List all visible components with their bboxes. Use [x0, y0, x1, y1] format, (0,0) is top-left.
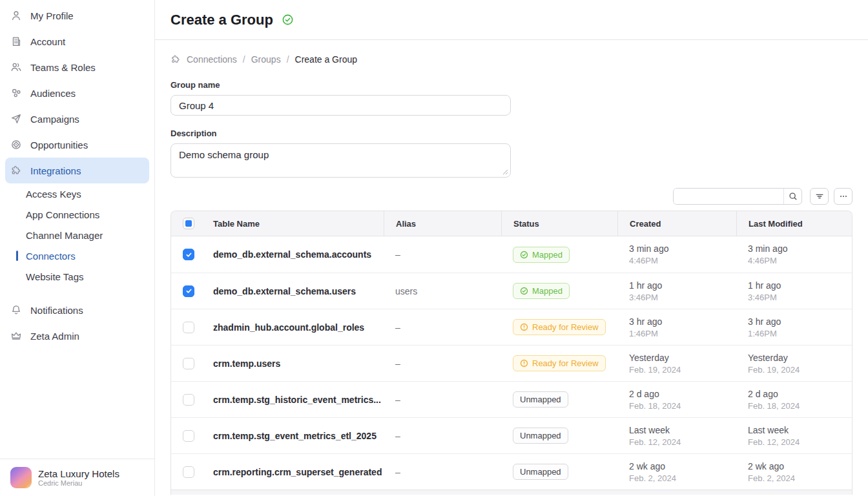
alert-circle-icon: [520, 323, 528, 331]
status-label: Unmapped: [520, 395, 561, 404]
modified-relative: 3 hr ago: [748, 316, 852, 327]
modified-absolute: Feb. 18, 2024: [748, 401, 852, 411]
tables-list: Table Name Alias Status Created Last Mod…: [170, 211, 852, 490]
sidebar-subitem-connectors[interactable]: Connectors: [0, 245, 154, 266]
table-row: crm.temp.users – Ready for Review Yester…: [171, 345, 852, 381]
sidebar-subitem-app-connections[interactable]: App Connections: [0, 204, 154, 225]
description-label: Description: [170, 129, 852, 138]
select-all-checkbox[interactable]: [183, 218, 194, 229]
table-name-cell[interactable]: zhadmin_hub.account.global_roles: [202, 322, 384, 333]
sidebar-item-audiences[interactable]: Audiences: [0, 80, 154, 106]
account-info: Zeta Luxury Hotels Cedric Meriau: [38, 468, 119, 487]
created-relative: Last week: [629, 425, 736, 435]
breadcrumb-separator: /: [243, 54, 245, 65]
sidebar-item-label: Notifications: [30, 305, 83, 316]
group-name-label: Group name: [170, 80, 852, 90]
table-name-cell[interactable]: crm.temp.stg_historic_event_metrics...: [202, 395, 384, 405]
breadcrumb-connections[interactable]: Connections: [187, 54, 237, 65]
table-name-cell[interactable]: crm.temp.stg_event_metrics_etl_2025: [202, 431, 384, 441]
paper-plane-icon: [10, 113, 22, 125]
status-label: Unmapped: [520, 467, 561, 477]
sidebar-subitem-access-keys[interactable]: Access Keys: [0, 183, 154, 204]
description-textarea[interactable]: Demo schema group: [170, 143, 511, 178]
modified-absolute: Feb. 19, 2024: [748, 365, 852, 375]
users-icon: [10, 61, 22, 73]
row-checkbox[interactable]: [183, 249, 194, 260]
modified-cell: 3 hr ago 1:46PM: [736, 316, 852, 338]
row-checkbox[interactable]: [183, 358, 194, 369]
crown-icon: [10, 330, 22, 342]
search-box: [673, 188, 802, 205]
created-cell: 3 hr ago 1:46PM: [617, 316, 736, 338]
account-user: Cedric Meriau: [38, 479, 119, 487]
status-badge: Unmapped: [513, 464, 568, 480]
account-switcher[interactable]: Zeta Luxury Hotels Cedric Meriau: [0, 459, 154, 496]
alias-cell: users: [384, 286, 501, 296]
table-name-cell[interactable]: crm.reporting.crm_superset_generated: [202, 467, 384, 477]
sidebar-subitem-label: App Connections: [26, 209, 99, 220]
search-input[interactable]: [674, 189, 783, 204]
modified-cell: 2 wk ago Feb. 2, 2024: [736, 461, 852, 483]
resize-handle-icon[interactable]: [502, 169, 508, 175]
search-button[interactable]: [783, 189, 801, 204]
status-label: Unmapped: [520, 431, 561, 440]
row-checkbox[interactable]: [183, 285, 194, 297]
modified-absolute: 4:46PM: [748, 256, 852, 265]
created-absolute: 1:46PM: [629, 329, 736, 338]
sidebar-item-opportunities[interactable]: Opportunities: [0, 132, 154, 158]
table-name-cell[interactable]: demo_db.external_schema.users: [202, 286, 384, 296]
sidebar-subitem-channel-manager[interactable]: Channel Manager: [0, 225, 154, 245]
table-row: crm.reporting.crm_superset_generated – U…: [171, 453, 852, 490]
sidebar: My Profile Account Teams & Roles Audienc…: [0, 0, 155, 496]
alias-cell: –: [384, 322, 501, 333]
breadcrumb-groups[interactable]: Groups: [251, 54, 281, 65]
table-name-cell[interactable]: crm.temp.users: [202, 358, 384, 369]
row-checkbox[interactable]: [183, 430, 194, 442]
check-circle-icon: [520, 287, 528, 295]
table-row: zhadmin_hub.account.global_roles – Ready…: [171, 309, 852, 345]
column-header-created[interactable]: Created: [617, 211, 736, 236]
indeterminate-mark: [185, 220, 192, 227]
puzzle-icon: [10, 165, 22, 176]
status-badge: Mapped: [513, 283, 570, 299]
created-absolute: Feb. 19, 2024: [629, 365, 736, 375]
modified-absolute: 3:46PM: [748, 293, 852, 302]
column-header-alias[interactable]: Alias: [384, 211, 501, 236]
filter-button[interactable]: [810, 188, 829, 205]
sidebar-item-zeta-admin[interactable]: Zeta Admin: [0, 323, 154, 349]
sidebar-item-campaigns[interactable]: Campaigns: [0, 106, 154, 132]
sidebar-item-notifications[interactable]: Notifications: [0, 297, 154, 323]
status-badge: Ready for Review: [513, 355, 606, 371]
sidebar-item-label: Campaigns: [30, 114, 79, 125]
alias-cell: –: [384, 358, 501, 369]
sidebar-item-my-profile[interactable]: My Profile: [0, 3, 154, 28]
status-label: Ready for Review: [532, 322, 599, 332]
sidebar-item-teams-roles[interactable]: Teams & Roles: [0, 54, 154, 80]
group-name-input[interactable]: [170, 95, 511, 116]
user-icon: [10, 10, 22, 21]
filter-icon: [815, 192, 824, 201]
row-checkbox[interactable]: [183, 466, 194, 478]
column-header-status[interactable]: Status: [501, 211, 617, 236]
status-label: Mapped: [532, 286, 563, 296]
table-header-row: Table Name Alias Status Created Last Mod…: [171, 211, 852, 236]
sidebar-subitem-website-tags[interactable]: Website Tags: [0, 266, 154, 287]
sidebar-item-account[interactable]: Account: [0, 28, 154, 54]
row-checkbox[interactable]: [183, 322, 194, 333]
table-name-cell[interactable]: demo_db.external_schema.accounts: [202, 249, 384, 260]
column-header-last-modified[interactable]: Last Modified: [736, 211, 852, 236]
created-cell: 3 min ago 4:46PM: [617, 243, 736, 265]
row-checkbox[interactable]: [183, 394, 194, 406]
created-cell: Yesterday Feb. 19, 2024: [617, 353, 736, 375]
search-icon: [789, 192, 798, 201]
sidebar-item-integrations[interactable]: Integrations: [5, 158, 149, 183]
status-badge: Mapped: [513, 247, 570, 263]
status-badge: Unmapped: [513, 428, 568, 444]
sidebar-item-label: Audiences: [30, 88, 76, 99]
modified-cell: 3 min ago 4:46PM: [736, 243, 852, 265]
created-cell: 2 d ago Feb. 18, 2024: [617, 389, 736, 411]
modified-absolute: Feb. 12, 2024: [748, 437, 852, 447]
breadcrumb: Connections / Groups / Create a Group: [170, 54, 852, 65]
more-options-button[interactable]: [834, 188, 852, 205]
column-header-table-name[interactable]: Table Name: [202, 211, 384, 236]
